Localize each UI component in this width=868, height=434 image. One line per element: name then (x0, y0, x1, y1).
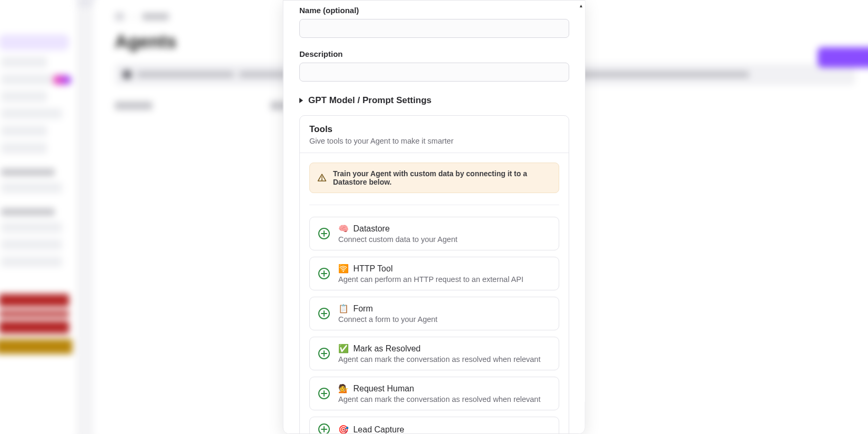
tools-title: Tools (309, 124, 559, 135)
add-icon (318, 423, 330, 434)
gpt-settings-label: GPT Model / Prompt Settings (308, 95, 431, 106)
add-icon (318, 348, 330, 359)
tool-item-title: 🛜 HTTP Tool (338, 264, 523, 274)
create-agent-modal: ▴ Name (optional) Description GPT Model … (283, 0, 586, 434)
description-label: Description (299, 49, 569, 58)
tool-item-http-tool[interactable]: 🛜 HTTP ToolAgent can perform an HTTP req… (309, 257, 559, 290)
tool-item-request-human[interactable]: 💁 Request HumanAgent can mark the conver… (309, 377, 559, 410)
tool-item-form[interactable]: 📋 FormConnect a form to your Agent (309, 297, 559, 330)
tool-item-title: 📋 Form (338, 304, 438, 314)
warning-icon (317, 173, 327, 183)
tool-item-title: ✅ Mark as Resolved (338, 344, 540, 354)
add-icon (318, 308, 330, 319)
datastore-alert: Train your Agent with custom data by con… (309, 163, 559, 193)
name-input[interactable] (299, 19, 569, 38)
description-input[interactable] (299, 63, 569, 82)
tool-item-desc: Agent can perform an HTTP request to an … (338, 275, 523, 284)
name-label: Name (optional) (299, 6, 569, 15)
gpt-settings-expander[interactable]: GPT Model / Prompt Settings (299, 95, 569, 106)
scroll-up-caret-icon[interactable]: ▴ (580, 3, 585, 8)
tools-card: Tools Give tools to your Agent to make i… (299, 115, 569, 434)
add-icon (318, 228, 330, 239)
tool-item-lead-capture[interactable]: 🎯 Lead Capture (309, 417, 559, 434)
tool-item-mark-as-resolved[interactable]: ✅ Mark as ResolvedAgent can mark the con… (309, 337, 559, 370)
datastore-alert-text: Train your Agent with custom data by con… (333, 169, 551, 186)
tool-item-title: 🎯 Lead Capture (338, 425, 404, 435)
divider (309, 205, 559, 205)
tools-subtitle: Give tools to your Agent to make it smar… (309, 137, 559, 145)
svg-point-1 (321, 179, 322, 180)
sidebar (0, 0, 77, 434)
tool-item-desc: Connect a form to your Agent (338, 315, 438, 324)
tool-item-datastore[interactable]: 🧠 DatastoreConnect custom data to your A… (309, 217, 559, 250)
tool-item-desc: Agent can mark the conversation as resol… (338, 395, 540, 403)
tool-item-title: 💁 Request Human (338, 383, 540, 393)
tool-item-desc: Agent can mark the conversation as resol… (338, 355, 540, 364)
tool-item-title: 🧠 Datastore (338, 224, 458, 234)
add-icon (318, 388, 330, 399)
tool-item-desc: Connect custom data to your Agent (338, 235, 458, 244)
add-icon (318, 268, 330, 279)
chevron-right-icon (299, 98, 303, 103)
